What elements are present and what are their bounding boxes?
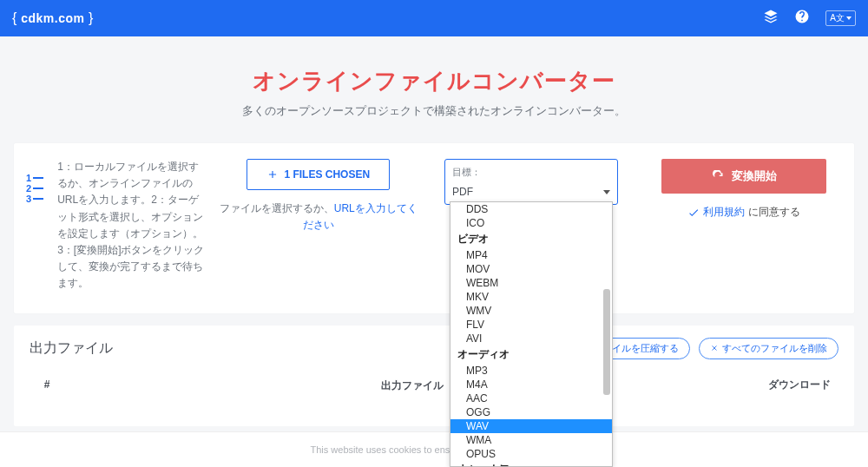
files-chosen-button[interactable]: 1 FILES CHOSEN <box>247 159 390 190</box>
dropdown-option[interactable]: MP4 <box>450 248 612 262</box>
target-label: 目標： <box>452 165 610 181</box>
dropdown-option[interactable]: M4A <box>450 378 612 391</box>
convert-start-button[interactable]: 変換開始 <box>661 159 826 194</box>
dropdown-option[interactable]: ICO <box>450 216 612 230</box>
steps-number-icon: 1 2 3 <box>26 173 43 204</box>
help-icon[interactable] <box>794 9 810 28</box>
brand-logo[interactable]: { cdkm.com } <box>12 10 94 26</box>
dropdown-option[interactable]: WEBM <box>450 276 612 290</box>
scrollbar-thumb[interactable] <box>603 289 610 395</box>
target-select-box[interactable]: 目標： PDF <box>444 159 618 205</box>
tos-row: 利用規約 に同意する <box>645 204 844 220</box>
dropdown-group: ビデオ <box>450 230 612 248</box>
output-title: 出力ファイル <box>30 339 113 358</box>
chevron-down-icon <box>603 190 610 194</box>
refresh-icon <box>712 170 725 183</box>
dropdown-group: 少ない人気 <box>450 461 612 467</box>
dropdown-option[interactable]: MP3 <box>450 364 612 378</box>
layers-icon[interactable] <box>763 9 779 28</box>
tos-link[interactable]: 利用規約 <box>703 204 745 220</box>
page-subtitle: 多くのオープンソースプロジェクトで構築されたオンラインコンバーター。 <box>0 103 868 119</box>
dropdown-option[interactable]: AVI <box>450 332 612 345</box>
dropdown-option[interactable]: AAC <box>450 391 612 405</box>
cookie-notice: This website uses cookies to ensure you … <box>0 431 868 467</box>
dropdown-option[interactable]: WMV <box>450 304 612 318</box>
target-value: PDF <box>452 184 473 201</box>
dropdown-option[interactable]: WMA <box>450 433 612 447</box>
dropdown-option[interactable]: MKV <box>450 290 612 304</box>
check-icon <box>687 207 700 219</box>
main-panel: 1 2 3 1：ローカルファイルを選択するか、オンラインファイルのURLを入力し… <box>14 143 854 313</box>
upload-hint: ファイルを選択するか、URLを入力してください <box>219 201 418 234</box>
page-title: オンラインファイルコンバーター <box>0 66 868 96</box>
format-dropdown[interactable]: DDSICOビデオMP4MOVWEBMMKVWMVFLVAVIオーディオMP3M… <box>450 201 613 467</box>
dropdown-option[interactable]: DDS <box>450 202 612 216</box>
output-table-header: # 出力ファイル ダウンロード <box>30 378 838 393</box>
delete-all-button[interactable]: すべてのファイルを削除 <box>699 338 838 359</box>
dropdown-option[interactable]: FLV <box>450 318 612 332</box>
instructions-text: 1：ローカルファイルを選択するか、オンラインファイルのURLを入力します。2：タ… <box>57 159 205 293</box>
chevron-down-icon <box>846 16 852 20</box>
dropdown-option[interactable]: OGG <box>450 405 612 419</box>
language-button[interactable]: A文 <box>825 10 856 26</box>
dropdown-option[interactable]: MOV <box>450 262 612 276</box>
output-panel: 出力ファイル すべてのファイルを圧縮する すべてのファイルを削除 # 出力ファイ… <box>14 326 854 426</box>
dropdown-option[interactable]: WAV <box>450 419 612 433</box>
close-icon <box>710 344 719 352</box>
dropdown-option[interactable]: OPUS <box>450 447 612 461</box>
dropdown-group: オーディオ <box>450 345 612 364</box>
plus-icon <box>266 168 279 181</box>
